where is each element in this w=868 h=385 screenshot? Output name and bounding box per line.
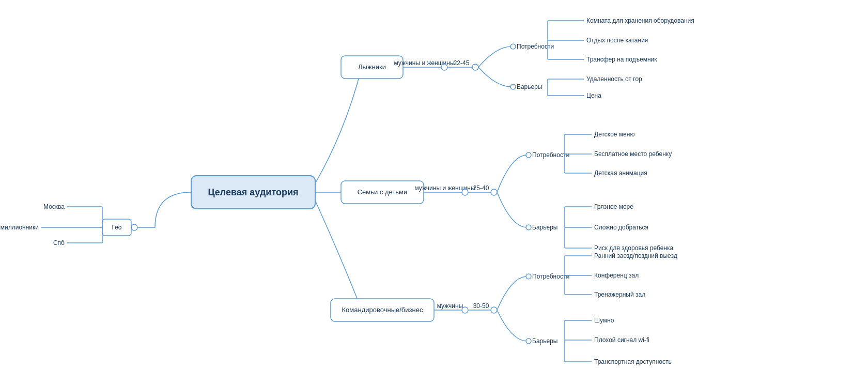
- family-age: 25-40: [473, 184, 489, 192]
- family-label: Семьи с детьми: [358, 188, 408, 196]
- biz-label: Командировочные/бизнес: [342, 306, 423, 314]
- lyzh-barriers-circle: [510, 84, 516, 89]
- lyzh-barriers-line: [478, 67, 512, 87]
- lyzh-n1: Комната для хранения оборудования: [586, 17, 694, 24]
- lyzh-b1: Удаленность от гор: [586, 75, 642, 83]
- family-needs-circle: [526, 152, 531, 158]
- family-b2: Сложно добраться: [594, 224, 648, 231]
- biz-circle1: [462, 307, 468, 313]
- family-circle2: [491, 189, 497, 195]
- family-b1: Грязное море: [594, 203, 633, 210]
- family-circle1: [462, 189, 468, 195]
- center-to-geo-line: [134, 192, 191, 227]
- biz-needs-line: [497, 276, 527, 310]
- geo-moskva: Москва: [43, 203, 65, 210]
- family-needs-label: Потребности: [532, 151, 569, 159]
- lyzh-circle1: [441, 64, 447, 70]
- lyzh-n2: Отдых после катания: [586, 37, 648, 44]
- biz-n3: Тренажерный зал: [594, 291, 645, 298]
- family-n1: Детское меню: [594, 131, 634, 138]
- lyzh-n3: Трансфер на подъемник: [586, 56, 657, 63]
- geo-spb: Спб: [53, 239, 65, 247]
- biz-b3: Транспортная доступность: [594, 358, 672, 365]
- family-needs-line: [497, 155, 527, 192]
- biz-age: 30-50: [473, 302, 489, 310]
- biz-b2: Плохой сигнал wi-fi: [594, 336, 649, 344]
- center-node-label: Целевая аудитория: [208, 187, 298, 197]
- lyzh-age: 22-45: [454, 59, 470, 67]
- biz-circle2: [491, 307, 497, 313]
- geo-label: Гео: [112, 224, 121, 231]
- biz-n1: Ранний заезд/поздний выезд: [594, 252, 677, 259]
- biz-barriers-line: [497, 310, 527, 341]
- geo-circle: [131, 224, 137, 230]
- family-b3: Риск для здоровья ребенка: [594, 244, 674, 252]
- family-barriers-line: [497, 192, 527, 227]
- biz-b1: Шумно: [594, 317, 614, 324]
- family-n2: Бесплатное место ребенку: [594, 150, 672, 158]
- biz-barriers-label: Барьеры: [532, 337, 557, 345]
- lyzh-needs-label: Потребности: [517, 43, 554, 50]
- lyzh-barriers-label: Барьеры: [517, 83, 542, 90]
- lyzh-needs-line: [478, 47, 512, 67]
- biz-needs-label: Потребности: [532, 273, 569, 280]
- geo-goroda: Города миллионники: [0, 224, 39, 231]
- center-to-biz-line: [315, 201, 362, 310]
- lyzh-label: Лыжники: [358, 63, 386, 71]
- lyzh-needs-circle: [510, 44, 516, 49]
- biz-barriers-circle: [526, 338, 531, 344]
- family-n3: Детская анимация: [594, 170, 647, 177]
- biz-needs-circle: [526, 274, 531, 279]
- lyzh-circle2: [472, 64, 478, 70]
- family-barriers-label: Барьеры: [532, 224, 557, 231]
- family-barriers-circle: [526, 225, 531, 230]
- biz-gender: мужчины: [437, 302, 463, 310]
- biz-n2: Конференц зал: [594, 272, 639, 279]
- lyzh-b2: Цена: [586, 92, 601, 99]
- center-to-lyzh-line: [315, 67, 362, 183]
